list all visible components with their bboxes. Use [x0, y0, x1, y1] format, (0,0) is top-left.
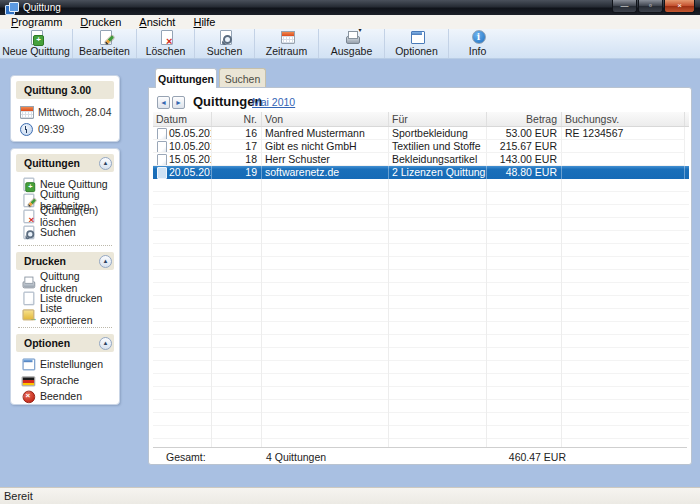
group-title: Drucken: [24, 255, 66, 267]
cell-fuer: 2 Lizenzen Quittung: [389, 166, 487, 179]
app-icon: [4, 1, 18, 14]
receipt-row-icon: [156, 154, 167, 165]
group-header-drucken: Drucken▲: [16, 252, 114, 270]
toolbar-ausgabe-button[interactable]: ▾Ausgabe: [318, 29, 384, 58]
time-label: 09:39: [38, 123, 64, 135]
footer-total-label: Gesamt:: [166, 451, 206, 463]
column-header-fuer[interactable]: Für: [389, 112, 487, 126]
sidebar-item-quittung-en-loeschen[interactable]: Quittung(en) löschen: [16, 208, 114, 224]
menu-bar: ProgrammDruckenAnsichtHilfe: [0, 15, 700, 29]
toolbar-button-label: Info: [469, 46, 487, 57]
column-gridline: [261, 179, 262, 448]
table-header-row: DatumNr.VonFürBetragBuchungsv.: [153, 112, 689, 127]
toolbar-button-label: Zeitraum: [266, 46, 307, 57]
clock-icon: [18, 121, 34, 137]
info-panel-header: Quittung 3.00: [16, 81, 114, 99]
receipt-row-icon: [156, 167, 167, 178]
toolbar-button-label: Ausgabe: [331, 46, 372, 57]
cell-datum: 10.05.2010: [153, 140, 212, 153]
toolbar-zeitraum-button[interactable]: Zeitraum: [254, 29, 318, 58]
sidebar-item-beenden[interactable]: Beenden: [16, 388, 114, 404]
table-row[interactable]: 20.05.201019softwarenetz.de2 Lizenzen Qu…: [153, 166, 689, 179]
sidebar-item-einstellungen[interactable]: Einstellungen: [16, 356, 114, 372]
table-row[interactable]: 10.05.201017Gibt es nicht GmbHTextilien …: [153, 140, 689, 153]
options-icon: [409, 29, 425, 45]
cell-buchungsv: [562, 166, 685, 179]
cell-betrag: 215.67 EUR: [487, 140, 562, 153]
sidebar-item-liste-exportieren[interactable]: Liste exportieren: [16, 306, 114, 322]
delete-receipt-icon: [158, 29, 174, 45]
column-header-von[interactable]: Von: [262, 112, 389, 126]
title-bar: Quittung — ▫ ×: [0, 0, 700, 15]
cell-von: Manfred Mustermann: [262, 127, 389, 140]
group-title: Quittungen: [24, 157, 80, 169]
toolbar-optionen-button[interactable]: Optionen: [384, 29, 448, 58]
sidebar-item-label: Sprache: [40, 374, 79, 386]
toolbar-button-label: Löschen: [146, 46, 186, 57]
sidebar-item-label: Suchen: [40, 226, 76, 238]
toolbar-bearbeiten-button[interactable]: Bearbeiten: [72, 29, 136, 58]
toolbar-neue-quittung-button[interactable]: Neue Quittung: [0, 29, 72, 58]
close-button[interactable]: ×: [664, 0, 695, 13]
cell-buchungsv: [562, 140, 685, 153]
print-icon: ▾: [344, 29, 360, 45]
minimize-button[interactable]: —: [612, 0, 637, 13]
cell-betrag: 53.00 EUR: [487, 127, 562, 140]
group-header-quittungen: Quittungen▲: [16, 154, 114, 172]
sidebar-item-label: Quittung(en) löschen: [40, 204, 114, 228]
sidebar-item-quittung-drucken[interactable]: Quittung drucken: [16, 274, 114, 290]
column-header-nr[interactable]: Nr.: [212, 112, 262, 126]
toolbar-info-button[interactable]: Info: [448, 29, 506, 58]
collapse-icon[interactable]: ▲: [99, 157, 112, 170]
search-icon: [21, 225, 35, 239]
column-header-datum[interactable]: Datum: [153, 112, 212, 126]
cell-fuer: Bekleidungsartikel: [389, 153, 487, 166]
toolbar-button-label: Optionen: [395, 46, 438, 57]
table-row[interactable]: 05.05.201016Manfred MustermannSportbekle…: [153, 127, 689, 140]
menu-item-programm[interactable]: Programm: [2, 16, 71, 28]
sidebar-item-sprache[interactable]: Sprache: [16, 372, 114, 388]
maximize-button[interactable]: ▫: [638, 0, 663, 13]
cell-von: softwarenetz.de: [262, 166, 389, 179]
previous-month-button[interactable]: ◄: [157, 96, 170, 109]
cell-betrag: 143.00 EUR: [487, 153, 562, 166]
next-month-button[interactable]: ►: [172, 96, 185, 109]
table-empty-grid: [153, 179, 689, 448]
toolbar-button-label: Neue Quittung: [2, 46, 70, 57]
receipt-row-icon: [156, 141, 167, 152]
export-icon: [21, 307, 35, 321]
column-header-betrag[interactable]: Betrag: [487, 112, 562, 126]
toolbar-suchen-button[interactable]: Suchen: [194, 29, 254, 58]
cell-datum: 05.05.2010: [153, 127, 212, 140]
time-display: 09:39: [16, 120, 114, 137]
tab-quittungen[interactable]: Quittungen: [155, 68, 217, 88]
menu-item-drucken[interactable]: Drucken: [71, 16, 130, 28]
cell-nr: 19: [212, 166, 262, 179]
toolbar-loeschen-button[interactable]: Löschen: [136, 29, 194, 58]
edit-icon: [21, 193, 35, 207]
new-receipt-icon: [28, 29, 44, 45]
cell-datum: 20.05.2010: [153, 166, 212, 179]
calendar-icon: [279, 29, 295, 45]
sidebar-item-label: Einstellungen: [40, 358, 103, 370]
menu-item-hilfe[interactable]: Hilfe: [184, 16, 224, 28]
column-header-buchungsv[interactable]: Buchungsv.: [562, 112, 685, 126]
tab-suchen[interactable]: Suchen: [219, 68, 266, 88]
sidebar-item-label: Quittung drucken: [40, 270, 114, 294]
date-label: Mittwoch, 28.04: [38, 106, 112, 118]
group-divider: [18, 327, 112, 328]
collapse-icon[interactable]: ▲: [99, 255, 112, 268]
period-link[interactable]: Mai 2010: [252, 96, 295, 108]
column-gridline: [486, 179, 487, 448]
german-flag-icon: [21, 373, 35, 387]
table-row[interactable]: 15.05.201018Herr SchusterBekleidungsarti…: [153, 153, 689, 166]
cell-betrag: 48.80 EUR: [487, 166, 562, 179]
footer-receipt-count: 4 Quittungen: [266, 451, 326, 463]
collapse-icon[interactable]: ▲: [99, 337, 112, 350]
edit-icon: [97, 29, 113, 45]
delete-receipt-icon: [21, 209, 35, 223]
date-display: Mittwoch, 28.04: [16, 103, 114, 120]
column-gridline: [561, 179, 562, 448]
cell-fuer: Sportbekleidung: [389, 127, 487, 140]
menu-item-ansicht[interactable]: Ansicht: [130, 16, 184, 28]
